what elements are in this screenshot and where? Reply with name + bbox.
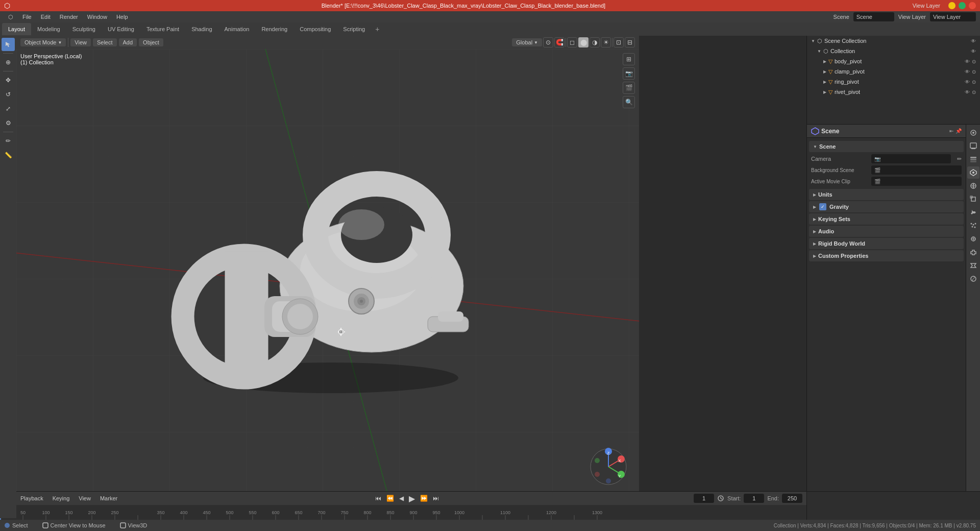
output-properties-tab[interactable] [967,140,979,152]
outliner-item-ring-pivot[interactable]: ▶ ▽ ring_pivot 👁 ⊙ [807,77,980,87]
units-section-header[interactable]: ▶ Units [809,189,964,200]
rendered-shading[interactable]: ☀ [601,37,611,47]
tab-rendering[interactable]: Rendering [255,23,293,35]
camera-edit-icon[interactable]: ✏ [957,156,962,162]
step-forward-button[interactable]: ⏩ [419,494,429,503]
clamp-pivot-visibility[interactable]: 👁 [965,69,970,75]
play-button[interactable]: ▶ [408,493,416,504]
object-menu-button[interactable]: Object [139,38,163,46]
scene-header-pin[interactable]: 📌 [955,128,962,134]
ring-pivot-restrict-icon[interactable]: ⊙ [972,79,976,85]
modifier-properties-tab[interactable] [967,206,979,219]
select-menu-button[interactable]: Select [93,38,117,46]
wireframe-shading[interactable]: ◻ [567,37,577,47]
step-back-button[interactable]: ⏪ [385,494,395,503]
tab-scripting[interactable]: Scripting [337,23,371,35]
xray-button[interactable]: ⊟ [625,37,635,47]
ring-pivot-visibility[interactable]: 👁 [965,79,970,85]
end-frame-input[interactable] [782,494,802,503]
move-tool-button[interactable]: ✥ [2,74,15,87]
tab-layout[interactable]: Layout [2,23,31,35]
jump-end-button[interactable]: ⏭ [432,494,440,503]
annotate-tool-button[interactable]: ✏ [2,134,15,148]
rivet-pivot-visibility[interactable]: 👁 [965,89,970,95]
world-properties-tab[interactable] [967,180,979,192]
menu-edit[interactable]: Edit [37,13,55,21]
object-mode-selector[interactable]: Object Mode ▼ [20,38,66,46]
view-layer-input[interactable] [930,12,976,21]
transform-tool-button[interactable]: ⚙ [2,116,15,130]
custom-properties-header[interactable]: ▶ Custom Properties [809,250,964,261]
rivet-pivot-restrict-icon[interactable]: ⊙ [972,89,976,95]
physics-properties-tab[interactable] [967,233,979,245]
scene-input[interactable] [853,12,894,21]
tab-compositing[interactable]: Compositing [293,23,337,35]
tab-texture-paint[interactable]: Texture Paint [140,23,185,35]
view-camera-button[interactable]: 📷 [623,67,635,80]
gravity-section-header[interactable]: ▶ ✓ Gravity [809,201,964,212]
minimize-button[interactable] [948,2,955,9]
view-display-button[interactable]: 🔍 [623,96,635,108]
play-reverse-button[interactable]: ◀ [398,494,405,503]
viewport-overlay-button[interactable]: ⊡ [614,37,624,47]
material-shading[interactable]: ◑ [590,37,600,47]
cursor-tool-button[interactable]: ⊕ [2,56,15,69]
gravity-checkbox[interactable]: ✓ [819,203,826,210]
body-pivot-restrict-icon[interactable]: ⊙ [972,59,976,64]
clamp-pivot-restrict-icon[interactable]: ⊙ [972,69,976,75]
marker-menu-item[interactable]: Marker [97,494,120,502]
collection-visibility[interactable]: 👁 [971,49,976,54]
data-properties-tab[interactable] [967,259,979,272]
outliner-item-collection[interactable]: ▼ ⬡ Collection 👁 [807,46,980,56]
outliner-item-body-pivot[interactable]: ▶ ▽ body_pivot 👁 ⊙ [807,56,980,66]
menu-window[interactable]: Window [83,13,111,21]
jump-start-button[interactable]: ⏮ [374,494,382,503]
active-movie-clip-value[interactable]: 🎬 [871,177,962,186]
constraints-properties-tab[interactable] [967,246,979,258]
rigid-body-world-header[interactable]: ▶ Rigid Body World [809,238,964,249]
particles-properties-tab[interactable] [967,220,979,232]
global-transform-button[interactable]: Global ▼ [512,38,542,46]
render-properties-tab[interactable] [967,127,979,139]
view-menu-button[interactable]: View [70,38,91,46]
add-menu-button[interactable]: Add [119,38,137,46]
scale-tool-button[interactable]: ⤢ [2,102,15,115]
keying-menu-item[interactable]: Keying [50,494,73,502]
menu-help[interactable]: Help [112,13,132,21]
view-perspective-button[interactable]: ⊞ [623,53,635,65]
add-workspace-button[interactable]: + [371,23,383,35]
object-properties-tab[interactable] [967,193,979,205]
view-timeline-menu-item[interactable]: View [76,494,94,502]
menu-file[interactable]: File [18,13,36,21]
tab-uv-editing[interactable]: UV Editing [102,23,140,35]
outliner-item-clamp-pivot[interactable]: ▶ ▽ clamp_pivot 👁 ⊙ [807,66,980,77]
menu-render[interactable]: Render [56,13,82,21]
view-render-button[interactable]: 🎬 [623,82,635,94]
body-pivot-visibility[interactable]: 👁 [965,59,970,64]
current-frame-input[interactable] [694,494,714,503]
solid-shading[interactable]: ⬤ [578,37,589,47]
tab-shading[interactable]: Shading [185,23,218,35]
outliner-item-rivet-pivot[interactable]: ▶ ▽ rivet_pivot 👁 ⊙ [807,87,980,97]
outliner-item-scene-collection[interactable]: ▼ ⬡ Scene Collection 👁 [807,36,980,46]
scene-properties-tab[interactable] [967,166,979,179]
start-frame-input[interactable] [744,494,764,503]
scene-header-expand[interactable]: ⇤ [949,128,953,134]
measure-tool-button[interactable]: 📏 [2,149,15,162]
audio-section-header[interactable]: ▶ Audio [809,226,964,237]
proportional-edit-button[interactable]: ⊙ [543,37,553,47]
select-tool-button[interactable] [2,38,15,51]
menu-blender[interactable]: ⬡ [4,13,17,21]
material-properties-tab[interactable] [967,273,979,285]
view-layer-properties-tab[interactable] [967,153,979,165]
scene-subsection-header[interactable]: ▼ Scene [809,141,964,152]
rotate-tool-button[interactable]: ↺ [2,88,15,101]
tab-sculpting[interactable]: Sculpting [66,23,102,35]
tab-modeling[interactable]: Modeling [31,23,66,35]
scene-collection-visibility[interactable]: 👁 [971,38,976,44]
snap-button[interactable]: 🧲 [554,37,565,47]
keying-sets-header[interactable]: ▶ Keying Sets [809,213,964,225]
background-scene-value[interactable]: 🎬 [871,165,962,175]
close-button[interactable] [969,2,976,9]
tab-animation[interactable]: Animation [218,23,256,35]
